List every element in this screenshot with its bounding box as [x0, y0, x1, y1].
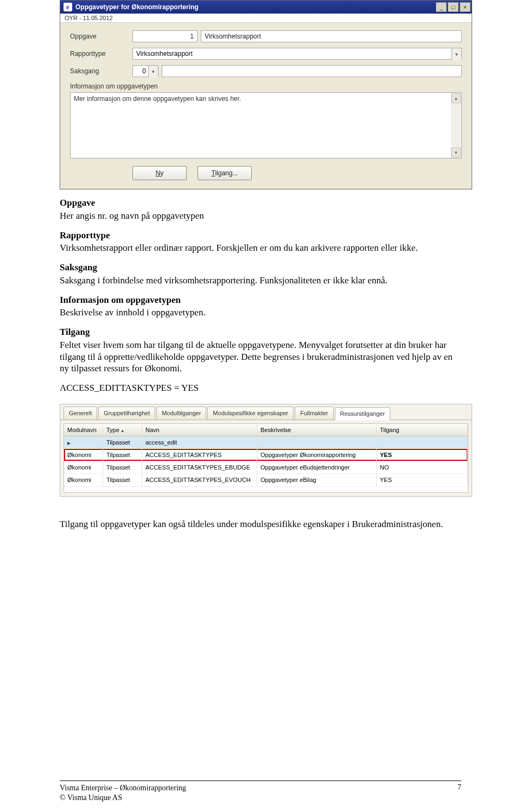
- table-row[interactable]: Tilpassetaccess_edit: [64, 436, 468, 449]
- cell: Tilpasset: [103, 449, 142, 461]
- cell: Økonomi: [64, 449, 103, 461]
- table-row[interactable]: ØkonomiTilpassetACCESS_EDITTASKTYPES_EVO…: [64, 474, 468, 486]
- form-panel: Oppgave 1 Virksomhetsrapport Rapporttype…: [60, 23, 472, 189]
- window-subheader: OYR - 11.05.2012: [60, 14, 472, 23]
- select-rapporttype-value: Virksomhetsrapport: [133, 48, 452, 59]
- tab-modulspesifikke[interactable]: Modulspesifikke egenskaper: [207, 407, 294, 420]
- minimize-button[interactable]: _: [436, 2, 447, 12]
- input-oppgave-number[interactable]: 1: [132, 30, 198, 42]
- tab-ressurstilganger[interactable]: Ressurstilganger: [335, 407, 391, 420]
- dialog-ressurstilganger: Generelt Gruppetilhørighet Modultilgange…: [60, 404, 472, 497]
- tab-bar: Generelt Gruppetilhørighet Modultilgange…: [60, 404, 472, 420]
- footer-line1: Visma Enterprise – Økonomirapportering: [60, 783, 186, 793]
- page-footer: Visma Enterprise – Økonomirapportering ©…: [60, 781, 461, 802]
- cell: ACCESS_EDITTASKTYPES_EBUDGE: [142, 461, 257, 473]
- cell: Tilpasset: [103, 461, 142, 473]
- ny-button[interactable]: Ny: [132, 166, 187, 180]
- cell: YES: [377, 449, 468, 461]
- tab-fullmakter[interactable]: Fullmakter: [295, 407, 333, 420]
- heading-oppgave: Oppgave: [60, 197, 461, 209]
- titlebar[interactable]: e Oppgavetyper for Økonomirapportering _…: [60, 1, 472, 14]
- scroll-up-icon[interactable]: ▴: [451, 93, 461, 103]
- cell: Oppgavetyper Økonomirapportering: [257, 449, 377, 461]
- heading-tilgang: Tilgang: [60, 326, 461, 338]
- cell: Økonomi: [64, 474, 103, 486]
- heading-saksgang: Saksgang: [60, 262, 461, 274]
- chevron-down-icon: ▾: [148, 66, 158, 78]
- cell: ACCESS_EDITTASKTYPES: [142, 449, 257, 461]
- select-saksgang[interactable]: 0 ▾: [132, 65, 158, 77]
- col-tilgang[interactable]: Tilgang: [377, 424, 468, 436]
- cell: ACCESS_EDITTASKTYPES_EVOUCH: [142, 474, 257, 486]
- scrollbar[interactable]: ▴ ▾: [451, 93, 461, 157]
- footer-line2: © Visma Unique AS: [60, 793, 186, 803]
- cell: Tilpasset: [103, 474, 142, 486]
- tab-modultilganger[interactable]: Modultilganger: [156, 407, 206, 420]
- textarea-content: Mer informasjon om denne oppgavetypen ka…: [74, 95, 241, 103]
- para-info: Beskrivelse av innhold i oppgavetypen.: [60, 307, 461, 319]
- input-oppgave-name[interactable]: Virksomhetsrapport: [201, 30, 462, 42]
- tab-generelt[interactable]: Generelt: [63, 407, 97, 420]
- cell: YES: [377, 474, 468, 486]
- select-saksgang-value: 0: [133, 66, 148, 77]
- heading-info: Informasjon om oppgavetypen: [60, 294, 461, 306]
- textarea-info[interactable]: Mer informasjon om denne oppgavetypen ka…: [70, 92, 462, 158]
- sort-asc-icon: ▲: [120, 428, 125, 433]
- close-button[interactable]: ×: [460, 2, 471, 12]
- access-code-line: ACCESS_EDITTASKTYPES = YES: [60, 382, 461, 394]
- para-tilgang: Feltet viser hvem som har tilgang til de…: [60, 339, 461, 375]
- select-rapporttype[interactable]: Virksomhetsrapport ▾: [132, 48, 462, 60]
- col-type[interactable]: Type▲: [103, 424, 142, 436]
- cell: access_edit: [142, 436, 257, 448]
- table-row[interactable]: ØkonomiTilpassetACCESS_EDITTASKTYPESOppg…: [64, 449, 468, 461]
- page-number: 7: [458, 783, 461, 802]
- table-row[interactable]: ØkonomiTilpassetACCESS_EDITTASKTYPES_EBU…: [64, 461, 468, 474]
- cell: Oppgavetyper eBilag: [257, 474, 377, 486]
- cell: Tilpasset: [103, 436, 142, 448]
- label-saksgang: Saksgang: [70, 67, 132, 75]
- cell: [64, 436, 103, 448]
- tab-gruppetilhorighet[interactable]: Gruppetilhørighet: [98, 407, 155, 420]
- cell: NO: [377, 461, 468, 473]
- scroll-down-icon[interactable]: ▾: [451, 148, 461, 157]
- col-beskrivelse[interactable]: Beskrivelse: [257, 424, 377, 436]
- cell: Oppgavetyper eBudsjettendringer: [257, 461, 377, 473]
- window-title: Oppgavetyper for Økonomirapportering: [75, 3, 199, 11]
- heading-rapporttype: Rapporttype: [60, 230, 461, 242]
- label-rapporttype: Rapporttype: [70, 50, 132, 58]
- para-final: Tilgang til oppgavetyper kan også tildel…: [60, 518, 461, 530]
- cell: [257, 436, 377, 448]
- cell: Økonomi: [64, 461, 103, 473]
- label-oppgave: Oppgave: [70, 33, 132, 40]
- cell: [377, 436, 468, 448]
- para-saksgang: Saksgang i forbindelse med virksomhetsra…: [60, 275, 461, 287]
- document-body: Oppgave Her angis nr. og navn på oppgave…: [60, 197, 461, 530]
- col-navn[interactable]: Navn: [142, 424, 257, 436]
- col-modulnavn[interactable]: Modulnavn: [64, 424, 103, 436]
- app-icon: e: [63, 3, 72, 11]
- input-saksgang-text[interactable]: [162, 65, 462, 77]
- grid-header: Modulnavn Type▲ Navn Beskrivelse Tilgang: [64, 424, 468, 436]
- dialog-oppgavetyper: e Oppgavetyper for Økonomirapportering _…: [60, 0, 472, 189]
- maximize-button[interactable]: □: [448, 2, 459, 12]
- label-info: Informasjon om oppgavetypen: [70, 83, 462, 90]
- chevron-down-icon: ▾: [452, 48, 461, 60]
- tilgang-button[interactable]: Tilgang...: [198, 166, 252, 180]
- para-oppgave: Her angis nr. og navn på oppgavetypen: [60, 210, 461, 222]
- para-rapporttype: Virksomhetsrapport eller ordinær rapport…: [60, 242, 461, 254]
- grid-resources: Modulnavn Type▲ Navn Beskrivelse Tilgang…: [63, 423, 468, 493]
